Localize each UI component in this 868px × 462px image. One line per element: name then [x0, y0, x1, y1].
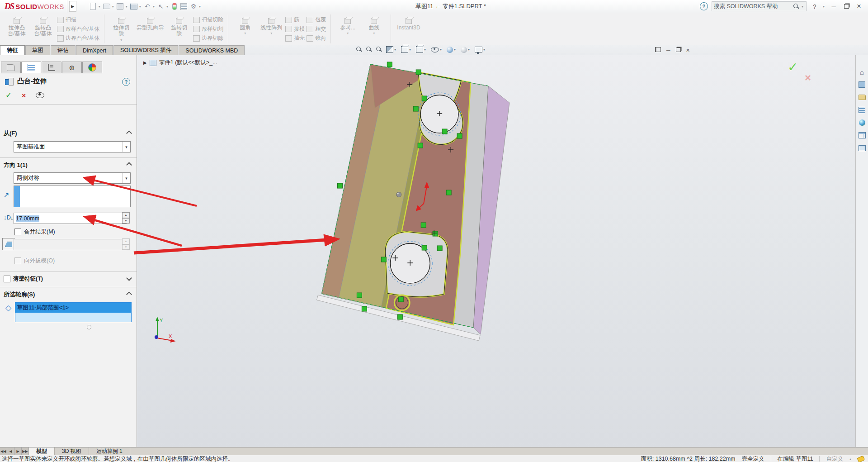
help-circle-icon[interactable]: ? [700, 2, 708, 10]
fillet-button[interactable]: 圆角 ▾ [232, 14, 258, 44]
tab-features[interactable]: 特征 [0, 45, 25, 55]
search-dropdown-icon[interactable]: ▾ [802, 5, 803, 9]
dropdown-arrow-icon[interactable]: ▾ [122, 142, 130, 152]
direction1-section-header[interactable]: 方向 1(1) [4, 161, 28, 169]
feature-tree-flyout[interactable]: ▶ 零件1 (默认<<默认>_... [143, 59, 217, 67]
display-style-icon[interactable]: ▾ [416, 46, 427, 53]
extrude-boss-button[interactable]: 拉伸凸台/基体 [4, 14, 30, 44]
boundary-cut-button[interactable]: 边界切除 [193, 34, 223, 42]
sweep-cut-button[interactable]: 扫描切除 [193, 16, 223, 24]
draft-button[interactable]: 拔模 [285, 25, 305, 33]
instant3d-button[interactable]: Instant3D [395, 14, 422, 44]
hole-wizard-button[interactable]: 异型孔向导 [134, 14, 166, 44]
mirror-button[interactable]: 镜向 [307, 34, 326, 42]
globe-icon[interactable] [858, 119, 866, 127]
draft-toggle-button[interactable] [2, 238, 14, 250]
section-view-icon[interactable]: ▾ [386, 46, 397, 53]
edit-appearance-icon[interactable]: ▾ [447, 47, 457, 53]
tab-mbd[interactable]: SOLIDWORKS MBD [179, 45, 245, 55]
home-icon[interactable]: ⌂ [858, 68, 866, 76]
preview-eye-icon[interactable] [36, 92, 44, 98]
selected-contours-list[interactable]: 草图11-局部范围<1> [15, 302, 132, 322]
expand-thin-icon[interactable] [126, 275, 132, 281]
model-cube-icon[interactable] [858, 81, 866, 89]
extrude-cut-button[interactable]: 拉伸切除▾ [108, 14, 134, 44]
configuration-tab[interactable] [42, 62, 61, 73]
tab-sketch[interactable]: 草图 [25, 45, 50, 55]
linear-pattern-button[interactable]: 线性阵列 ▾ [258, 14, 284, 44]
close-button[interactable]: × [854, 2, 863, 10]
collapse-contours-icon[interactable] [126, 291, 132, 297]
view-orientation-icon[interactable]: ▾ [401, 46, 412, 53]
depth-input[interactable]: 17.00mm [14, 213, 127, 224]
dimxpert-tab[interactable]: ⊕ [62, 62, 82, 73]
hide-show-items-icon[interactable]: ▾ [431, 47, 443, 52]
new-file-icon[interactable] [89, 2, 97, 10]
panel-help-icon[interactable]: ? [122, 78, 130, 86]
expand-tree-icon[interactable]: ▶ [143, 60, 147, 65]
appearances-tab[interactable] [82, 62, 102, 73]
collapse-from-icon[interactable] [126, 130, 132, 136]
depth-spinner[interactable]: ▲▼ [122, 212, 130, 224]
vertex-sphere[interactable] [396, 192, 401, 197]
minimize-button[interactable]: ─ [829, 2, 838, 10]
cancel-button[interactable]: × [22, 91, 26, 99]
apply-scene-icon[interactable]: ▾ [461, 47, 471, 53]
sweep-button[interactable]: 扫描 [57, 16, 99, 24]
folder-icon[interactable] [858, 93, 866, 101]
search-input[interactable]: 搜索 SOLIDWORKS 帮助 ▾ [712, 1, 807, 11]
view-settings-icon[interactable]: ▾ [475, 47, 486, 52]
doc-restore-icon[interactable] [676, 47, 681, 53]
tab-addins[interactable]: SOLIDWORKS 插件 [113, 45, 178, 55]
next-tab-button[interactable]: ▶ [14, 448, 22, 455]
tag-icon[interactable] [857, 455, 865, 462]
loft-boss-button[interactable]: 放样凸台/基体 [57, 25, 99, 33]
doc-minimize-icon[interactable]: ─ [666, 47, 670, 53]
tab-dimxpert[interactable]: DimXpert [76, 45, 113, 55]
gear-icon[interactable]: ⚙ [189, 2, 198, 10]
feature-tree-tab[interactable] [1, 62, 21, 73]
revolve-boss-button[interactable]: 旋转凸台/基体 [30, 14, 56, 44]
save-icon[interactable] [116, 2, 124, 10]
tab-evaluate[interactable]: 评估 [51, 45, 75, 55]
intersect-button[interactable]: 相交 [307, 25, 326, 33]
from-dropdown[interactable]: 草图基准面 ▾ [14, 141, 131, 152]
model-tab[interactable]: 模型 [29, 448, 55, 455]
prev-tab-button[interactable]: ◀ [7, 448, 14, 455]
screens-icon[interactable] [858, 144, 866, 152]
last-tab-button[interactable]: ▶▶ [22, 448, 29, 455]
model-canvas[interactable]: Y X [137, 55, 855, 447]
search-icon[interactable] [793, 4, 799, 10]
graphics-viewport[interactable]: Y X ▶ 零件1 (默认<<默认>_... ✓ × [137, 55, 855, 447]
contour-list-item[interactable]: 草图11-局部范围<1> [15, 303, 131, 313]
merge-result-checkbox[interactable]: 合并结果(M) [14, 228, 55, 236]
units-dropdown[interactable]: 自定义 [826, 455, 843, 462]
table-icon[interactable] [858, 131, 866, 139]
previous-view-icon[interactable] [376, 47, 382, 52]
checkbox[interactable] [4, 276, 10, 282]
revolve-cut-button[interactable]: 旋转切除 [166, 14, 192, 44]
end-condition-dropdown[interactable]: 两侧对称 ▾ [14, 172, 131, 184]
thin-feature-checkbox[interactable]: 薄壁特征(T) [4, 275, 43, 283]
contour-list-blank[interactable] [15, 313, 131, 322]
doc-close-icon[interactable]: × [686, 47, 690, 54]
wrap-button[interactable]: 包覆 [307, 16, 326, 24]
confirm-cancel-icon[interactable]: × [805, 71, 811, 84]
reference-geometry-button[interactable]: 参考... ▾ [335, 14, 361, 44]
boundary-boss-button[interactable]: 边界凸台/基体 [57, 34, 99, 42]
units-dropdown-arrow-icon[interactable]: ▴ [849, 457, 851, 461]
curves-button[interactable]: 曲线 ▾ [361, 14, 387, 44]
selected-contours-header[interactable]: 所选轮廓(S) [4, 291, 35, 299]
print-icon[interactable] [130, 2, 138, 10]
rebuild-icon[interactable] [170, 2, 179, 10]
options-list-icon[interactable] [180, 2, 188, 10]
from-section-header[interactable]: 从(F) [4, 129, 17, 138]
tile-windows-icon[interactable] [655, 47, 661, 53]
first-tab-button[interactable]: ◀◀ [0, 448, 7, 455]
loft-cut-button[interactable]: 放样切割 [193, 25, 223, 33]
property-manager-tab[interactable] [21, 62, 41, 73]
confirm-ok-icon[interactable]: ✓ [788, 60, 798, 75]
shell-button[interactable]: 抽壳 [285, 34, 305, 42]
list-resize-handle[interactable] [87, 325, 91, 329]
rib-button[interactable]: 筋 [285, 16, 305, 24]
